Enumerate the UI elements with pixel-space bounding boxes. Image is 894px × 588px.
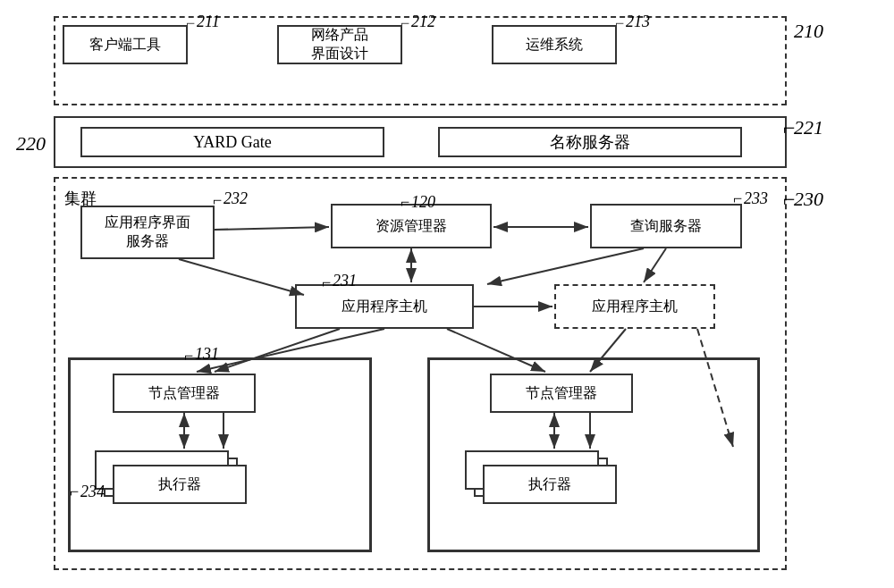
label-210: 210 <box>794 20 823 43</box>
bracket-234: ⌐ <box>70 483 79 501</box>
label-ref-212: 212 <box>411 13 435 31</box>
label-ref-230: 230 <box>794 188 823 211</box>
label-ref-231: 231 <box>333 272 357 290</box>
label-ref-232: 232 <box>224 189 248 208</box>
app-ui-server-box: 应用程序界面 服务器 <box>80 206 215 259</box>
label-220: 220 <box>16 132 46 155</box>
bracket-231: ⌐ <box>322 273 331 292</box>
label-ref-234: 234 <box>80 483 105 501</box>
node-manager-left: 节点管理器 <box>113 374 256 413</box>
bracket-233: ⌐ <box>733 189 742 208</box>
label-ref-211: 211 <box>197 13 220 31</box>
node-manager-right: 节点管理器 <box>490 374 633 413</box>
bracket-232: ⌐ <box>213 191 222 210</box>
box-211: 客户端工具 <box>63 25 188 64</box>
box-213: 运维系统 <box>492 25 617 64</box>
label-ref-233: 233 <box>744 189 768 208</box>
bracket-213: ⌐ <box>615 14 624 33</box>
diagram-container: 210 客户端工具 ⌐ 211 网络产品 界面设计 ⌐ 212 运维系统 ⌐ 2… <box>0 0 894 588</box>
bracket-131: ⌐ <box>184 347 193 365</box>
label-ref-120: 120 <box>411 193 435 212</box>
app-host-dashed-box: 应用程序主机 <box>554 284 715 329</box>
bracket-212: ⌐ <box>401 14 409 33</box>
box-212: 网络产品 界面设计 <box>277 25 402 64</box>
bracket-120: ⌐ <box>401 193 409 212</box>
label-ref-131: 131 <box>195 345 219 364</box>
label-ref-213: 213 <box>626 13 650 31</box>
executor-right-main: 执行器 <box>483 465 617 504</box>
label-ref-221: 221 <box>794 116 823 139</box>
executor-left-main: 执行器 <box>113 465 247 504</box>
yard-gate-box: YARD Gate <box>80 127 384 157</box>
query-server-box: 查询服务器 <box>590 204 742 248</box>
name-server-box: 名称服务器 <box>438 127 742 157</box>
bracket-211: ⌐ <box>186 14 195 33</box>
